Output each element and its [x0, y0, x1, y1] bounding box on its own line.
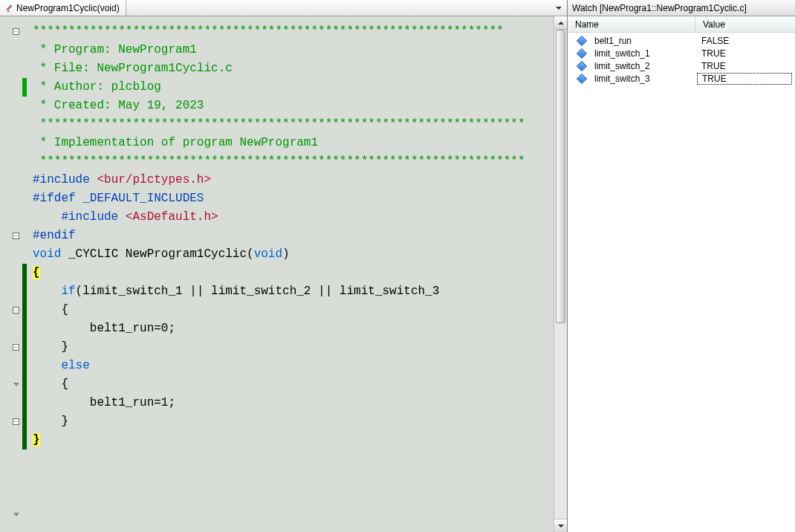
code-line[interactable]: }: [22, 338, 554, 357]
code-line[interactable]: * Program: NewProgram1: [22, 41, 554, 59]
watch-var-name: limit_switch_1: [594, 48, 697, 59]
code-segment: <AsDefault.h>: [126, 210, 218, 224]
watch-pane: Watch [NewProgra1::NewProgram1Cyclic.c] …: [568, 0, 795, 532]
code-segment: #include: [33, 173, 97, 186]
code-line[interactable]: }: [22, 431, 554, 450]
code-segment: if: [61, 285, 75, 298]
code-line[interactable]: }: [22, 412, 554, 431]
code-line[interactable]: {: [22, 375, 554, 394]
watch-rows: belt1_runFALSElimit_switch_1TRUElimit_sw…: [568, 33, 795, 532]
gutter-row: [0, 264, 22, 282]
editor-pane: NewProgram1Cyclic(void) −−−−− **********…: [0, 0, 568, 532]
scroll-track[interactable]: [554, 30, 567, 519]
gutter-row: [0, 375, 22, 394]
scroll-thumb[interactable]: [556, 30, 565, 323]
code-line[interactable]: belt1_run=0;: [22, 319, 554, 338]
code-line[interactable]: if(limit_switch_1 || limit_switch_2 || l…: [22, 282, 554, 301]
code-line[interactable]: * Implementation of program NewProgram1: [22, 134, 554, 152]
gutter-row: [0, 487, 22, 505]
watch-header: Name Value: [568, 16, 795, 33]
code-line[interactable]: * Created: May 19, 2023: [22, 97, 554, 115]
watch-row[interactable]: limit_switch_2TRUE: [568, 59, 795, 72]
gutter-row: [0, 357, 22, 375]
variable-icon: [577, 73, 587, 83]
watch-row[interactable]: limit_switch_3TRUE: [568, 72, 795, 85]
change-marker: [22, 431, 27, 450]
gutter-row: −: [0, 412, 22, 431]
code-segment: <bur/plctypes.h>: [97, 173, 211, 186]
code-line[interactable]: else: [22, 357, 554, 375]
gutter-row: −: [0, 338, 22, 357]
code-segment: _CYCLIC NewProgram1Cyclic(: [68, 247, 254, 261]
watch-header-name[interactable]: Name: [568, 16, 695, 32]
change-marker: [22, 375, 27, 394]
code-segment: }: [33, 340, 68, 354]
code-segment: }: [33, 415, 68, 428]
scroll-down-button[interactable]: [554, 519, 567, 532]
code-line[interactable]: ****************************************…: [22, 22, 554, 41]
code-segment: void: [33, 247, 68, 261]
change-marker: [22, 319, 27, 338]
watch-title: Watch [NewProgra1::NewProgram1Cyclic.c]: [568, 0, 795, 16]
code-segment: {: [33, 377, 68, 391]
gutter-row: [0, 208, 22, 227]
code-segment: ****************************************…: [33, 117, 525, 131]
fold-toggle[interactable]: −: [13, 307, 19, 314]
watch-var-value[interactable]: TRUE: [697, 61, 795, 71]
code-area[interactable]: ****************************************…: [22, 16, 554, 532]
code-line[interactable]: {: [22, 301, 554, 319]
watch-row[interactable]: belt1_runFALSE: [568, 34, 795, 47]
code-segment: {: [33, 266, 40, 279]
editor-tabbar: NewProgram1Cyclic(void): [0, 0, 567, 16]
watch-var-value[interactable]: TRUE: [697, 73, 792, 85]
change-marker: [22, 78, 27, 97]
gutter-row: −: [0, 227, 22, 245]
scroll-up-button[interactable]: [554, 16, 567, 30]
workspace: NewProgram1Cyclic(void) −−−−− **********…: [0, 0, 795, 532]
code-segment: [33, 285, 61, 298]
code-line[interactable]: #ifdef _DEFAULT_INCLUDES: [22, 189, 554, 208]
code-segment: * Created: May 19, 2023: [33, 99, 204, 112]
code-segment: ): [282, 247, 290, 261]
gutter-row: [0, 505, 22, 524]
editor-scrollbar[interactable]: [554, 16, 567, 532]
code-line[interactable]: * Author: plcblog: [22, 78, 554, 97]
code-line[interactable]: #include <AsDefault.h>: [22, 208, 554, 227]
variable-icon: [577, 48, 587, 58]
change-marker: [22, 394, 27, 412]
code-line[interactable]: ****************************************…: [22, 115, 554, 134]
code-segment: (limit_switch_1 || limit_switch_2 || lim…: [76, 285, 440, 298]
gutter-row: [0, 152, 22, 171]
code-segment: {: [33, 303, 68, 317]
gutter-row: [0, 245, 22, 264]
fold-toggle[interactable]: −: [13, 233, 19, 239]
editor-tab[interactable]: NewProgram1Cyclic(void): [0, 0, 126, 16]
watch-var-value[interactable]: FALSE: [697, 36, 795, 46]
watch-row[interactable]: limit_switch_1TRUE: [568, 47, 795, 59]
code-line[interactable]: {: [22, 264, 554, 282]
fold-toggle[interactable]: −: [13, 28, 19, 35]
watch-header-value[interactable]: Value: [695, 16, 795, 32]
gutter-row: [0, 134, 22, 152]
fold-toggle[interactable]: −: [13, 344, 19, 351]
change-marker: [22, 412, 27, 431]
gutter-row: [0, 59, 22, 78]
code-line[interactable]: ****************************************…: [22, 152, 554, 171]
fold-toggle[interactable]: −: [13, 418, 19, 425]
code-segment: * File: NewProgram1Cyclic.c: [33, 62, 233, 75]
chevron-down-icon: [558, 525, 564, 528]
watch-var-value[interactable]: TRUE: [697, 48, 795, 59]
code-line[interactable]: void _CYCLIC NewProgram1Cyclic(void): [22, 245, 554, 264]
gutter-row: [0, 431, 22, 450]
gutter-row: [0, 319, 22, 338]
code-line[interactable]: * File: NewProgram1Cyclic.c: [22, 59, 554, 78]
tab-dropdown-button[interactable]: [552, 1, 565, 15]
code-line[interactable]: #endif: [22, 227, 554, 245]
gutter-row: [0, 97, 22, 115]
chevron-down-icon: [556, 7, 562, 10]
code-line[interactable]: #include <bur/plctypes.h>: [22, 171, 554, 189]
editor-gutter: −−−−−: [0, 16, 22, 532]
code-segment: else: [61, 359, 89, 372]
code-line[interactable]: belt1_run=1;: [22, 394, 554, 412]
gutter-row: [0, 394, 22, 412]
